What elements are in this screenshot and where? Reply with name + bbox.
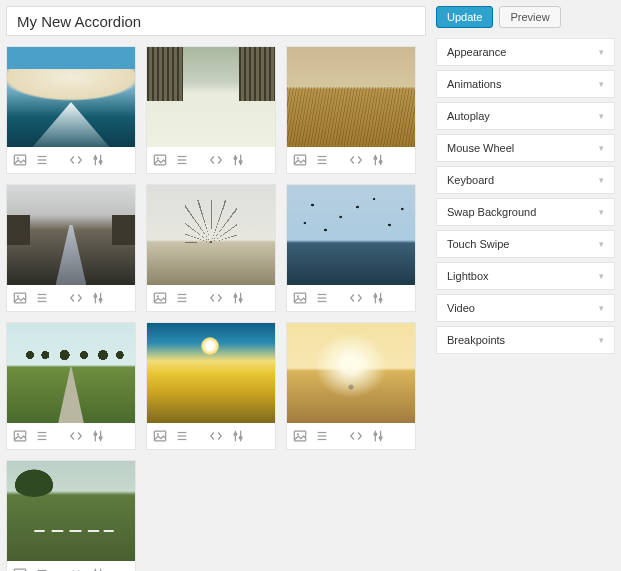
settings-section-keyboard[interactable]: Keyboard ▾: [436, 166, 615, 194]
sliders-icon[interactable]: [371, 429, 385, 443]
settings-section-label: Swap Background: [447, 206, 536, 218]
chevron-down-icon: ▾: [599, 143, 604, 153]
panel-toolbar: [287, 285, 415, 311]
image-icon[interactable]: [13, 153, 27, 167]
settings-section-label: Breakpoints: [447, 334, 505, 346]
code-icon[interactable]: [209, 153, 223, 167]
panel-5[interactable]: [146, 184, 276, 312]
chevron-down-icon: ▾: [599, 303, 604, 313]
image-icon[interactable]: [293, 429, 307, 443]
settings-section-mouse-wheel[interactable]: Mouse Wheel ▾: [436, 134, 615, 162]
image-icon[interactable]: [13, 291, 27, 305]
code-icon[interactable]: [209, 291, 223, 305]
panel-thumbnail[interactable]: [287, 323, 415, 423]
panel-3[interactable]: [286, 46, 416, 174]
settings-section-swap-background[interactable]: Swap Background ▾: [436, 198, 615, 226]
settings-section-label: Touch Swipe: [447, 238, 509, 250]
settings-section-label: Lightbox: [447, 270, 489, 282]
image-icon[interactable]: [153, 429, 167, 443]
settings-section-label: Video: [447, 302, 475, 314]
image-icon[interactable]: [153, 153, 167, 167]
update-button[interactable]: Update: [436, 6, 493, 28]
settings-section-autoplay[interactable]: Autoplay ▾: [436, 102, 615, 130]
image-icon[interactable]: [293, 291, 307, 305]
sliders-icon[interactable]: [91, 567, 105, 571]
code-icon[interactable]: [69, 429, 83, 443]
code-icon[interactable]: [349, 291, 363, 305]
layers-icon[interactable]: [35, 153, 49, 167]
code-icon[interactable]: [69, 291, 83, 305]
panel-thumbnail[interactable]: [147, 185, 275, 285]
sliders-icon[interactable]: [91, 429, 105, 443]
layers-icon[interactable]: [175, 153, 189, 167]
svg-point-1: [17, 157, 19, 159]
image-icon[interactable]: [13, 429, 27, 443]
sliders-icon[interactable]: [231, 153, 245, 167]
accordion-title-input[interactable]: [6, 6, 426, 36]
sliders-icon[interactable]: [91, 153, 105, 167]
settings-section-touch-swipe[interactable]: Touch Swipe ▾: [436, 230, 615, 258]
image-icon[interactable]: [293, 153, 307, 167]
layers-icon[interactable]: [35, 291, 49, 305]
panel-2[interactable]: [146, 46, 276, 174]
code-icon[interactable]: [69, 567, 83, 571]
svg-point-10: [157, 157, 159, 159]
chevron-down-icon: ▾: [599, 47, 604, 57]
sliders-icon[interactable]: [371, 153, 385, 167]
panel-thumbnail[interactable]: [7, 323, 135, 423]
code-icon[interactable]: [69, 153, 83, 167]
panel-toolbar: [147, 285, 275, 311]
settings-section-label: Keyboard: [447, 174, 494, 186]
panel-thumbnail[interactable]: [7, 461, 135, 561]
code-icon[interactable]: [349, 429, 363, 443]
settings-section-video[interactable]: Video ▾: [436, 294, 615, 322]
panel-10[interactable]: [6, 460, 136, 571]
panel-thumbnail[interactable]: [7, 185, 135, 285]
layers-icon[interactable]: [175, 429, 189, 443]
panel-toolbar: [147, 423, 275, 449]
sliders-icon[interactable]: [231, 291, 245, 305]
settings-section-label: Mouse Wheel: [447, 142, 514, 154]
layers-icon[interactable]: [35, 567, 49, 571]
layers-icon[interactable]: [175, 291, 189, 305]
panel-8[interactable]: [146, 322, 276, 450]
code-icon[interactable]: [209, 429, 223, 443]
image-icon[interactable]: [13, 567, 27, 571]
svg-point-64: [157, 433, 159, 435]
panel-7[interactable]: [6, 322, 136, 450]
settings-section-appearance[interactable]: Appearance ▾: [436, 38, 615, 66]
panel-thumbnail[interactable]: [7, 47, 135, 147]
layers-icon[interactable]: [315, 153, 329, 167]
layers-icon[interactable]: [35, 429, 49, 443]
chevron-down-icon: ▾: [599, 271, 604, 281]
panel-1[interactable]: [6, 46, 136, 174]
code-icon[interactable]: [349, 153, 363, 167]
sliders-icon[interactable]: [371, 291, 385, 305]
layers-icon[interactable]: [315, 291, 329, 305]
panel-toolbar: [287, 147, 415, 173]
sliders-icon[interactable]: [91, 291, 105, 305]
settings-section-breakpoints[interactable]: Breakpoints ▾: [436, 326, 615, 354]
svg-point-55: [17, 433, 19, 435]
preview-button[interactable]: Preview: [499, 6, 560, 28]
layers-icon[interactable]: [315, 429, 329, 443]
svg-point-19: [297, 157, 299, 159]
sliders-icon[interactable]: [231, 429, 245, 443]
panel-4[interactable]: [6, 184, 136, 312]
image-icon[interactable]: [153, 291, 167, 305]
panel-9[interactable]: [286, 322, 416, 450]
panel-thumbnail[interactable]: [287, 47, 415, 147]
panel-toolbar: [7, 285, 135, 311]
panel-thumbnail[interactable]: [147, 323, 275, 423]
panel-thumbnail[interactable]: [147, 47, 275, 147]
svg-point-73: [297, 433, 299, 435]
panel-6[interactable]: [286, 184, 416, 312]
chevron-down-icon: ▾: [599, 111, 604, 121]
panel-toolbar: [287, 423, 415, 449]
svg-point-28: [17, 295, 19, 297]
chevron-down-icon: ▾: [599, 79, 604, 89]
svg-point-37: [157, 295, 159, 297]
panel-thumbnail[interactable]: [287, 185, 415, 285]
settings-section-lightbox[interactable]: Lightbox ▾: [436, 262, 615, 290]
settings-section-animations[interactable]: Animations ▾: [436, 70, 615, 98]
